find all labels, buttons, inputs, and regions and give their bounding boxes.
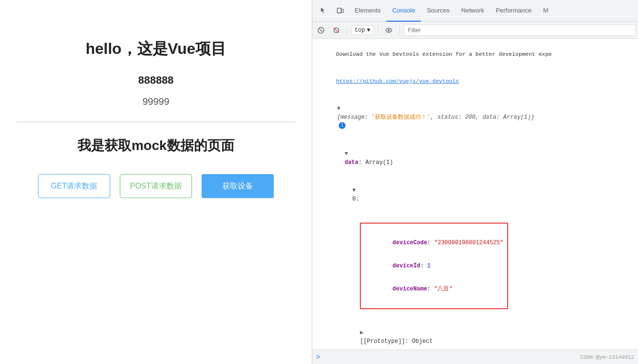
watermark-label: CSDN @ym-13140912 [580, 354, 634, 360]
toolbar-sep-2 [378, 25, 378, 35]
main-title: hello，这是Vue项目 [86, 38, 226, 60]
info-text: Download the Vue Devtools extension for … [336, 51, 552, 57]
tab-network[interactable]: Network [456, 0, 490, 22]
svg-rect-0 [337, 8, 341, 13]
obj1-0-expand-icon[interactable]: ▼ [352, 187, 356, 194]
obj1-highlighted-box: deviceCode: "230000198001244525" deviceI… [312, 213, 638, 319]
sub-title: 我是获取mock数据的页面 [77, 137, 234, 155]
tab-more[interactable]: M [537, 0, 554, 22]
obj1-proto-line: ▶ [[Prototype]]: Object [312, 319, 638, 350]
toolbar-sep-1 [347, 25, 347, 35]
obj1-info-icon[interactable]: i [339, 122, 345, 129]
left-panel: hello，这是Vue项目 888888 99999 我是获取mock数据的页面… [0, 0, 312, 364]
filter-icon[interactable] [330, 24, 343, 37]
tab-elements[interactable]: Elements [349, 0, 386, 22]
svg-rect-1 [342, 9, 344, 13]
devtools-link[interactable]: https://github.com/vuejs/vue-devtools [336, 78, 459, 84]
post-request-button[interactable]: POST请求数据 [120, 174, 192, 198]
get-device-button[interactable]: 获取设备 [202, 174, 274, 198]
eye-icon[interactable] [382, 24, 396, 37]
devtools-tabs-bar: Elements Console Sources Network Perform… [312, 0, 638, 22]
device-toolbar-icon[interactable] [332, 2, 349, 19]
obj1-proto-expand-icon[interactable]: ▶ [360, 329, 363, 336]
svg-line-3 [319, 29, 322, 32]
context-label: top [355, 27, 365, 34]
console-toolbar: top ▼ [312, 22, 638, 39]
number-888: 888888 [138, 74, 173, 87]
console-bottom-bar: > CSDN @ym-13140912 [312, 350, 638, 364]
clear-console-button[interactable] [314, 24, 328, 37]
tab-performance[interactable]: Performance [490, 0, 537, 22]
get-request-button[interactable]: GET请求数据 [38, 174, 110, 198]
console-link-line: https://github.com/vuejs/vue-devtools [312, 68, 638, 95]
toolbar-sep-3 [399, 25, 400, 35]
obj1-summary-line: ▼ {message: '获取设备数据成功！', status: 200, da… [312, 95, 638, 140]
button-row: GET请求数据 POST请求数据 获取设备 [38, 174, 274, 198]
obj1-data-line: ▼ data: Array(1) [312, 140, 638, 176]
dropdown-arrow-icon: ▼ [367, 27, 370, 34]
obj1-data-expand-icon[interactable]: ▼ [345, 151, 348, 157]
filter-input[interactable] [404, 25, 636, 36]
inspect-icon[interactable] [314, 2, 332, 19]
obj1-0-line: ▼ 0: [312, 176, 638, 213]
tab-console[interactable]: Console [386, 0, 421, 22]
obj1-expand-icon[interactable]: ▼ [337, 105, 340, 112]
number-999: 99999 [142, 96, 169, 107]
console-output: Download the Vue Devtools extension for … [312, 39, 638, 350]
divider [16, 122, 295, 122]
console-info-line: Download the Vue Devtools extension for … [312, 41, 638, 68]
context-selector[interactable]: top ▼ [351, 25, 374, 35]
tab-sources[interactable]: Sources [421, 0, 456, 22]
devtools-panel: Elements Console Sources Network Perform… [312, 0, 638, 364]
console-caret-icon: > [316, 353, 320, 361]
console-input-row: > [316, 353, 320, 361]
svg-point-7 [388, 29, 390, 31]
